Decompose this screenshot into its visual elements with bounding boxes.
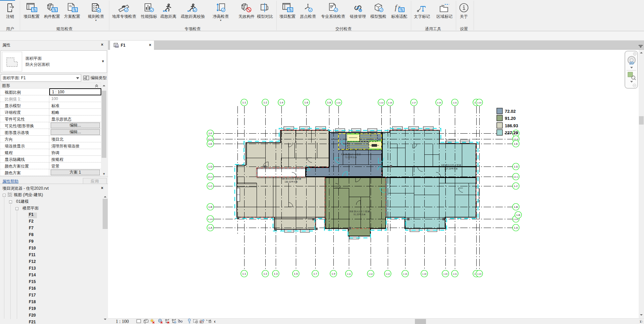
svg-text:1-23: 1-23: [477, 101, 482, 104]
svg-text:1-E: 1-E: [514, 142, 518, 145]
svg-text:1-18: 1-18: [422, 273, 427, 275]
svg-text:1-A: 1-A: [208, 226, 213, 229]
svg-text:1-B: 1-B: [516, 214, 520, 217]
svg-text:1-23: 1-23: [477, 273, 482, 275]
svg-text:2D: 2D: [629, 61, 634, 65]
svg-text:1-9: 1-9: [331, 272, 335, 275]
svg-text:1-3: 1-3: [274, 272, 277, 275]
svg-text:1-10: 1-10: [336, 101, 341, 104]
svg-text:91.20平方米: 91.20平方米: [354, 213, 366, 216]
svg-text:1-B: 1-B: [208, 205, 212, 209]
svg-text:f: f: [395, 3, 398, 11]
svg-text:1-1: 1-1: [242, 101, 246, 104]
svg-text:1-21: 1-21: [453, 101, 457, 104]
svg-text:1-7: 1-7: [313, 272, 317, 275]
svg-text:A座 防火分区 1 喷淋: A座 防火分区 1 喷淋: [281, 178, 301, 180]
svg-text:91.20: 91.20: [505, 116, 516, 121]
svg-text:1-17: 1-17: [412, 101, 416, 104]
svg-text:1-21: 1-21: [453, 273, 457, 275]
svg-text:72.02平方米: 72.02平方米: [345, 156, 357, 159]
svg-text:1-E: 1-E: [208, 142, 212, 145]
svg-text:186.93平方米: 186.93平方米: [284, 181, 298, 183]
svg-text:A座 防火分区 2 喷淋: A座 防火分区 2 喷淋: [441, 164, 461, 167]
svg-text:1-F: 1-F: [208, 132, 212, 135]
svg-text:1-5: 1-5: [294, 272, 298, 275]
svg-text:1-6: 1-6: [304, 101, 308, 104]
svg-text:1-16: 1-16: [403, 273, 408, 275]
svg-text:A座 防火分区 1 喷淋: A座 防火分区 1 喷淋: [341, 153, 361, 156]
svg-text:1-19: 1-19: [437, 101, 441, 104]
svg-text:1-20: 1-20: [443, 273, 448, 275]
svg-text:1-A: 1-A: [514, 226, 518, 229]
svg-text:227.29平方米: 227.29平方米: [444, 168, 458, 170]
svg-text:1/1-E: 1/1-E: [208, 138, 213, 140]
svg-text:1-14: 1-14: [386, 273, 390, 275]
svg-text:1-2: 1-2: [263, 101, 267, 104]
svg-text:1-D: 1-D: [208, 165, 213, 168]
svg-text:1/1-E: 1/1-E: [514, 138, 519, 140]
svg-text:1-12: 1-12: [369, 273, 373, 275]
svg-text:1-C: 1-C: [208, 185, 213, 188]
svg-text:1-1/A: 1-1/A: [208, 218, 213, 220]
svg-text:1-11: 1-11: [347, 273, 351, 275]
svg-text:1-8: 1-8: [327, 101, 331, 104]
svg-text:1-C: 1-C: [514, 185, 518, 188]
svg-text:1-1: 1-1: [242, 272, 246, 275]
svg-text:1/1-C: 1/1-C: [208, 176, 213, 178]
svg-text:1-D: 1-D: [514, 165, 518, 168]
svg-text:1-13: 1-13: [379, 101, 384, 104]
svg-text:227.29: 227.29: [505, 130, 518, 135]
svg-text:1/1-C: 1/1-C: [513, 176, 519, 178]
svg-text:72.02: 72.02: [505, 109, 516, 114]
svg-text:186.93: 186.93: [505, 123, 518, 128]
svg-text:1-15: 1-15: [388, 101, 392, 104]
svg-text:1-B: 1-B: [514, 205, 518, 209]
svg-text:1-4: 1-4: [279, 101, 283, 104]
svg-text:1-2: 1-2: [263, 272, 267, 275]
svg-text:B座 防火分区 1 喷淋: B座 防火分区 1 喷淋: [350, 210, 370, 213]
